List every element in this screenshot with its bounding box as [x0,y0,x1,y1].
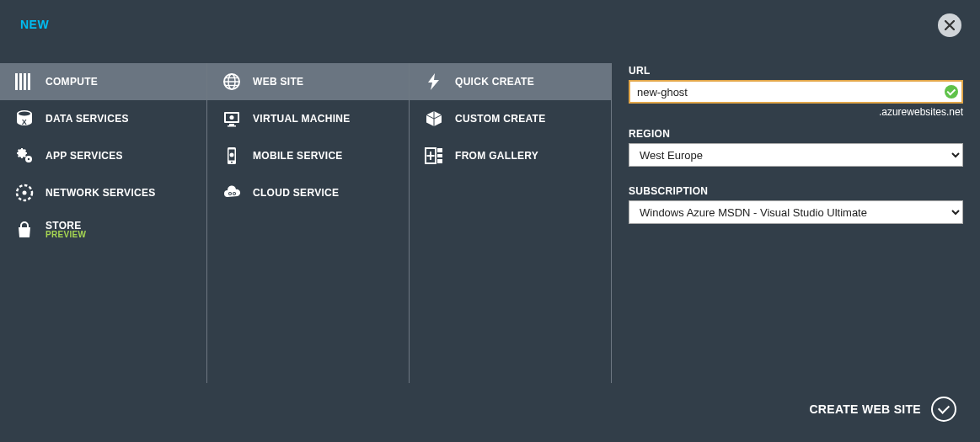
svg-rect-24 [229,124,234,125]
svg-point-16 [23,191,27,195]
svg-rect-1 [19,73,22,90]
subscription-label: SUBSCRIPTION [629,185,963,197]
check-icon [945,85,958,99]
svg-point-10 [28,158,29,160]
action-from-gallery[interactable]: FROM GALLERY [410,137,611,174]
box-icon [421,109,447,128]
menu-label: NETWORK SERVICES [46,187,195,199]
service-column: WEB SITE VIRTUAL MACHINE MOBILE SERVICE … [207,63,410,383]
plus-panel-icon [421,147,447,164]
menu-label: QUICK CREATE [455,76,599,88]
svg-point-29 [231,162,233,163]
menu-label: FROM GALLERY [455,150,599,162]
svg-rect-0 [15,73,18,90]
menu-label: VIRTUAL MACHINE [253,113,397,125]
category-compute[interactable]: COMPUTE [0,63,206,100]
action-quick-create[interactable]: QUICK CREATE [410,63,611,100]
url-input[interactable] [629,80,963,104]
database-icon: X [12,109,37,128]
action-custom-create[interactable]: CUSTOM CREATE [410,100,611,137]
service-virtual-machine[interactable]: VIRTUAL MACHINE [207,100,409,137]
cloud-icon [219,184,244,201]
submit-label: CREATE WEB SITE [809,402,921,416]
bag-icon [12,221,37,239]
service-cloud-service[interactable]: CLOUD SERVICE [207,174,409,211]
category-network-services[interactable]: NETWORK SERVICES [0,174,206,211]
svg-rect-2 [24,73,26,90]
category-column: COMPUTE X DATA SERVICES APP SERVICES NET… [0,63,207,383]
svg-point-30 [230,153,234,157]
svg-point-34 [233,193,235,194]
network-icon [12,184,37,202]
globe-icon [219,72,244,91]
menu-label: COMPUTE [46,76,195,88]
phone-icon [219,146,244,165]
menu-label: MOBILE SERVICE [253,150,397,162]
svg-point-5 [19,111,30,115]
svg-text:X: X [22,118,27,126]
region-label: REGION [629,128,963,140]
close-button[interactable] [938,13,961,37]
category-store[interactable]: STORE PREVIEW [0,211,206,248]
svg-rect-3 [28,73,30,90]
wizard-columns: COMPUTE X DATA SERVICES APP SERVICES NET… [0,63,980,383]
service-web-site[interactable]: WEB SITE [207,63,409,100]
form-column: URL .azurewebsites.net REGION West Europ… [612,63,980,383]
menu-label: CUSTOM CREATE [455,113,599,125]
menu-label: DATA SERVICES [46,113,195,125]
page-title: NEW [20,18,49,31]
svg-point-26 [230,115,234,120]
compute-icon [12,73,37,90]
region-select[interactable]: West Europe [629,143,963,167]
menu-label: WEB SITE [253,76,397,88]
monitor-icon [219,109,244,128]
menu-label: CLOUD SERVICE [253,187,397,199]
subscription-select[interactable]: Windows Azure MSDN - Visual Studio Ultim… [629,200,963,224]
url-label: URL [629,65,963,77]
gears-icon [12,146,37,165]
category-app-services[interactable]: APP SERVICES [0,137,206,174]
svg-rect-25 [228,125,236,127]
service-mobile-service[interactable]: MOBILE SERVICE [207,137,409,174]
preview-badge: PREVIEW [46,230,195,239]
submit-button[interactable] [931,397,956,422]
bolt-icon [421,72,447,91]
menu-label: APP SERVICES [46,150,195,162]
category-data-services[interactable]: X DATA SERVICES [0,100,206,137]
footer: CREATE WEB SITE [809,397,956,422]
svg-rect-38 [437,148,442,163]
close-icon [945,20,955,30]
action-column: QUICK CREATE CUSTOM CREATE FROM GALLERY [410,63,612,383]
menu-label: STORE PREVIEW [46,221,195,239]
svg-point-33 [229,193,231,194]
url-suffix: .azurewebsites.net [629,106,963,118]
